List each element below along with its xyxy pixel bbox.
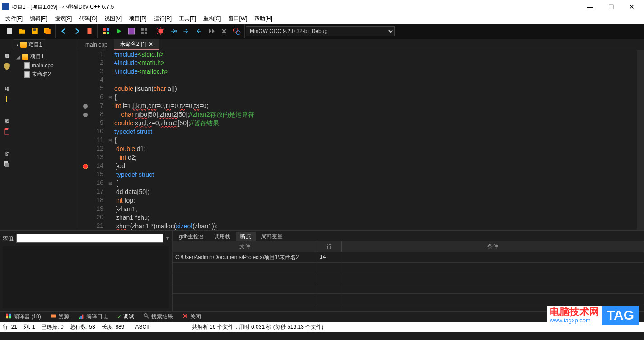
menu-item[interactable]: 文件[F]: [2, 14, 26, 24]
editor-tab[interactable]: main.cpp: [79, 39, 114, 50]
code-line[interactable]: dd data[50];: [114, 188, 637, 196]
menu-item[interactable]: 代码[O]: [75, 14, 101, 24]
blocks-button[interactable]: [100, 25, 112, 37]
menu-item[interactable]: 重构[C]: [200, 14, 224, 24]
code-line[interactable]: {: [114, 93, 637, 102]
bottom-tab[interactable]: 搜索结果: [140, 312, 177, 321]
table-row[interactable]: [173, 283, 644, 294]
bottom-tab[interactable]: 编译器 (18): [2, 312, 45, 321]
code-line[interactable]: {: [114, 136, 637, 145]
bookmark-button[interactable]: [84, 25, 95, 37]
debug-button[interactable]: [155, 25, 167, 37]
breakpoint-gutter[interactable]: [79, 50, 92, 59]
breakpoint-gutter[interactable]: [79, 59, 92, 67]
breakpoint-gutter[interactable]: [79, 162, 92, 170]
code-line[interactable]: int top;: [114, 196, 637, 205]
table-row[interactable]: C:\Users\admin\Documents\Projects\项目1\未命…: [173, 252, 644, 263]
plus-icon[interactable]: [2, 94, 11, 104]
code-line[interactable]: shu=(zhan1 *)malloc(sizeof(zhan1));: [114, 222, 637, 230]
col-cond[interactable]: 条件: [341, 241, 644, 252]
shield-icon[interactable]: [2, 62, 11, 71]
fold-handle[interactable]: ⊟: [106, 136, 114, 145]
fold-handle[interactable]: ⊟: [106, 179, 114, 188]
open-button[interactable]: [16, 25, 28, 37]
code-line[interactable]: int i=1,j,k,m,cnt=0,t1=0,t2=0,t3=0;: [114, 102, 637, 110]
vertical-scrollbar[interactable]: [637, 50, 644, 230]
watch-button[interactable]: [231, 25, 243, 37]
breakpoint-gutter[interactable]: [79, 85, 92, 93]
compiler-select[interactable]: MinGW GCC 9.2.0 32-bit Debug: [246, 26, 395, 36]
menu-item[interactable]: 项目[P]: [126, 14, 150, 24]
tree-root[interactable]: ◢项目1: [16, 52, 76, 61]
eval-dropdown-icon[interactable]: ▾: [166, 235, 169, 241]
breakpoint-gutter[interactable]: [79, 67, 92, 76]
side-tab-files[interactable]: 文件: [2, 139, 12, 157]
clipboard-icon[interactable]: [2, 127, 11, 136]
menu-item[interactable]: 视图[V]: [101, 14, 126, 24]
code-line[interactable]: #include<malloc.h>: [114, 67, 637, 76]
breakpoint-gutter[interactable]: [79, 110, 92, 119]
tab-breakpoints[interactable]: 断点: [236, 232, 256, 241]
side-tab-struct[interactable]: 结构: [2, 74, 12, 92]
code-line[interactable]: typedef struct: [114, 128, 637, 136]
tab-gdb[interactable]: gdb主控台: [174, 232, 209, 241]
breakpoint-gutter[interactable]: [79, 179, 92, 188]
breakpoint-gutter[interactable]: [79, 222, 92, 230]
editor-tab[interactable]: 未命名2 [*]✕: [114, 39, 159, 50]
breakpoint-gutter[interactable]: [79, 93, 92, 102]
stop-button[interactable]: [218, 25, 230, 37]
fold-handle[interactable]: ⊟: [106, 93, 114, 102]
eval-input[interactable]: [16, 234, 163, 243]
rebuild-button[interactable]: [138, 25, 150, 37]
code-line[interactable]: int d2;: [114, 153, 637, 162]
close-button[interactable]: ✕: [621, 0, 642, 14]
save-button[interactable]: [29, 25, 41, 37]
back-button[interactable]: [58, 25, 70, 37]
tab-locals[interactable]: 局部变量: [257, 232, 287, 241]
menu-item[interactable]: 工具[T]: [175, 14, 200, 24]
new-file-button[interactable]: [4, 25, 15, 37]
breakpoint-gutter[interactable]: [79, 196, 92, 205]
breakpoint-gutter[interactable]: [79, 76, 92, 85]
code-line[interactable]: char nibo[50],zhan2[50];//zhan2存放的是运算符: [114, 110, 637, 119]
code-line[interactable]: }zhan1;: [114, 205, 637, 213]
breakpoint-gutter[interactable]: [79, 145, 92, 153]
maximize-button[interactable]: ☐: [601, 0, 621, 14]
side-tab-watch[interactable]: 监视: [2, 106, 12, 124]
compile-button[interactable]: [126, 25, 137, 37]
breakpoint-gutter[interactable]: [79, 188, 92, 196]
close-tab-icon[interactable]: ✕: [149, 41, 153, 47]
breakpoint-gutter[interactable]: [79, 213, 92, 222]
tree-item[interactable]: main.cpp: [16, 61, 76, 70]
col-line[interactable]: 行: [317, 241, 341, 252]
code-line[interactable]: {: [114, 179, 637, 188]
compile-run-button[interactable]: [113, 25, 125, 37]
breakpoint-gutter[interactable]: [79, 170, 92, 179]
breakpoint-gutter[interactable]: [79, 205, 92, 213]
side-tab-project[interactable]: 项目管理: [2, 41, 12, 59]
project-tree[interactable]: ◢项目1 main.cpp 未命名2: [14, 50, 79, 81]
bottom-tab[interactable]: 编译日志: [75, 312, 112, 321]
code-line[interactable]: #include<stdio.h>: [114, 50, 637, 59]
table-row[interactable]: [173, 304, 644, 311]
menu-item[interactable]: 帮助[H]: [251, 14, 275, 24]
breakpoint-gutter[interactable]: [79, 119, 92, 128]
close-icon[interactable]: ▪: [17, 42, 19, 47]
code-line[interactable]: zhan1 *shu;: [114, 213, 637, 222]
breakpoint-gutter[interactable]: [79, 102, 92, 110]
breakpoint-gutter[interactable]: [79, 153, 92, 162]
code-line[interactable]: typedef struct: [114, 170, 637, 179]
code-line[interactable]: double d1;: [114, 145, 637, 153]
minimize-button[interactable]: —: [580, 0, 601, 14]
table-row[interactable]: [173, 263, 644, 273]
forward-button[interactable]: [71, 25, 83, 37]
files-icon[interactable]: [2, 160, 11, 169]
bottom-tab[interactable]: ✓ 调试: [113, 312, 138, 321]
step-over-button[interactable]: [168, 25, 179, 37]
breakpoint-gutter[interactable]: [79, 128, 92, 136]
save-all-button[interactable]: [42, 25, 53, 37]
tree-item[interactable]: 未命名2: [16, 70, 76, 79]
menu-item[interactable]: 编辑[E]: [26, 14, 51, 24]
project-tab[interactable]: ▪ 项目1: [14, 39, 45, 50]
code-line[interactable]: [114, 76, 637, 85]
